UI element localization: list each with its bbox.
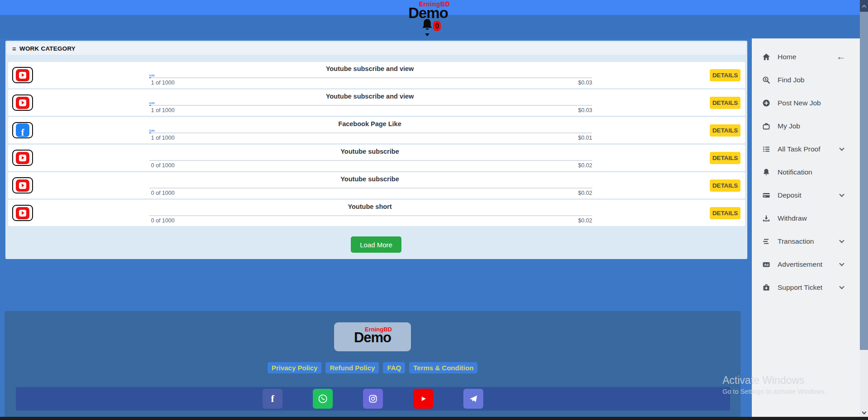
job-row: Youtube subscribe 0 of 1000 $0.02 DETAIL… [8,172,745,198]
briefcase-icon [762,122,771,131]
section-title: WORK CATEGORY [19,45,75,52]
home-icon [762,52,771,61]
footer-link-privacy-policy[interactable]: Privacy Policy [268,362,322,373]
progress-count: 0 of 1000 [151,217,175,224]
sidebar-item-all-task-proof[interactable]: All Task Proof [752,137,860,160]
job-price: $0.03 [538,107,592,113]
bell-icon [421,18,434,33]
sidebar-item-my-job[interactable]: My Job [752,114,860,137]
footer-link-faq[interactable]: FAQ [383,362,405,373]
footer-link-terms[interactable]: Terms & Condition [409,362,477,373]
sidebar-item-label: Home [778,53,796,61]
job-title: Youtube subscribe [117,148,623,155]
whatsapp-icon[interactable] [313,389,333,409]
progress-bar [149,160,592,161]
job-title: Youtube subscribe and view [117,65,623,72]
sidebar-item-label: All Task Proof [778,145,820,153]
page: ErningBD Demo Reday 0 Menu ≡ WORK CATEGO… [0,0,868,420]
plus-circle-icon [762,99,771,108]
bars-icon [762,237,771,246]
progress-count: 1 of 1000 [151,135,175,141]
progress-count: 0 of 1000 [151,190,175,196]
progress-percent-label: 0.1% [149,74,155,77]
chevron-down-icon [862,410,866,415]
facebook-icon[interactable]: f [263,389,283,409]
task-list-icon [762,145,771,154]
sidebar-item-post-new-job[interactable]: Post New Job [752,91,860,114]
job-price: $0.01 [538,135,592,141]
sidebar-item-label: Support Ticket [778,283,822,292]
footer-links: Privacy Policy Refund Policy FAQ Terms &… [5,362,741,373]
job-row: Youtube subscribe and view 0.1% 1 of 100… [8,90,745,116]
youtube-icon[interactable] [413,389,433,409]
youtube-icon [12,94,33,111]
details-button[interactable]: DETAILS [710,179,741,192]
search-dollar-icon: $ [762,76,771,85]
chevron-down-icon [839,238,844,243]
sidebar-item-transaction[interactable]: Transaction [752,230,860,253]
sidebar-item-advertisement[interactable]: Ad Advertisement [752,253,860,276]
footer-logo: ErningBD Demo [334,322,411,351]
sidebar-item-label: Notification [778,168,812,176]
job-row: Youtube subscribe 0 of 1000 $0.02 DETAIL… [8,145,745,171]
chevron-down-icon [839,284,844,289]
footer: ErningBD Demo Privacy Policy Refund Poli… [5,311,741,420]
logo-main-text: Demo [334,330,411,344]
notification-bell-button[interactable]: 0 [421,17,443,37]
bell-icon [762,168,771,177]
sidebar-item-support-ticket[interactable]: Support Ticket [752,276,860,299]
details-button[interactable]: DETAILS [710,152,741,164]
sidebar-item-label: Transaction [778,237,814,245]
progress-percent-label: 0.1% [149,102,155,104]
load-more-button[interactable]: Load More [351,236,401,253]
work-category-panel: ≡ WORK CATEGORY Youtube subscribe and vi… [5,41,747,259]
sidebar-item-find-job[interactable]: $ Find Job [752,68,860,91]
scrollbar-thumb[interactable] [860,12,868,350]
sidebar-item-label: Advertisement [778,260,822,269]
progress-bar [149,132,592,133]
progress-count: 1 of 1000 [151,107,175,113]
progress-count: 0 of 1000 [151,162,175,169]
chevron-down-icon [839,261,844,266]
job-title: Youtube short [117,203,623,210]
youtube-icon [12,67,33,83]
social-bar: f [16,387,730,411]
sidebar-item-notification[interactable]: Notification [752,160,860,184]
progress-bar [149,77,592,78]
sidebar-item-label: Deposit [778,191,802,199]
svg-text:Ad: Ad [764,262,769,266]
progress-percent-label: 0.1% [149,129,155,132]
job-title: Youtube subscribe [117,175,623,183]
progress-bar [149,188,592,189]
details-button[interactable]: DETAILS [710,97,741,109]
instagram-icon[interactable] [363,389,383,409]
vertical-scrollbar[interactable] [860,0,868,420]
facebook-icon [12,122,33,138]
sidebar-collapse-arrow-icon[interactable]: ← [836,52,845,62]
details-button[interactable]: DETAILS [710,69,741,81]
chevron-up-icon [862,5,866,9]
sidebar-item-label: Post New Job [778,99,821,107]
footer-link-refund-policy[interactable]: Refund Policy [326,362,379,373]
credit-card-icon [762,191,771,200]
sidebar-item-withdraw[interactable]: Withdraw [752,207,860,230]
youtube-icon [12,205,33,221]
details-button[interactable]: DETAILS [710,207,741,219]
hamburger-icon: ≡ [12,45,16,52]
job-price: $0.03 [538,80,592,86]
scrollbar-up-button[interactable] [860,0,868,12]
job-row: Youtube subscribe and view 0.1% 1 of 100… [8,62,745,88]
job-title: Youtube subscribe and view [117,93,623,100]
sidebar-item-home[interactable]: Home ← [752,45,860,68]
chevron-down-icon [839,146,844,151]
sidebar-item-label: Withdraw [778,214,807,222]
job-list: Youtube subscribe and view 0.1% 1 of 100… [8,62,745,227]
svg-text:$: $ [764,77,767,81]
telegram-icon[interactable] [463,389,483,409]
sidebar-item-label: Find Job [778,76,804,84]
details-button[interactable]: DETAILS [710,124,741,137]
chevron-down-icon [839,192,844,197]
job-title: Facebook Page Like [117,120,623,127]
progress-bar [149,215,592,216]
sidebar-item-deposit[interactable]: Deposit [752,184,860,207]
